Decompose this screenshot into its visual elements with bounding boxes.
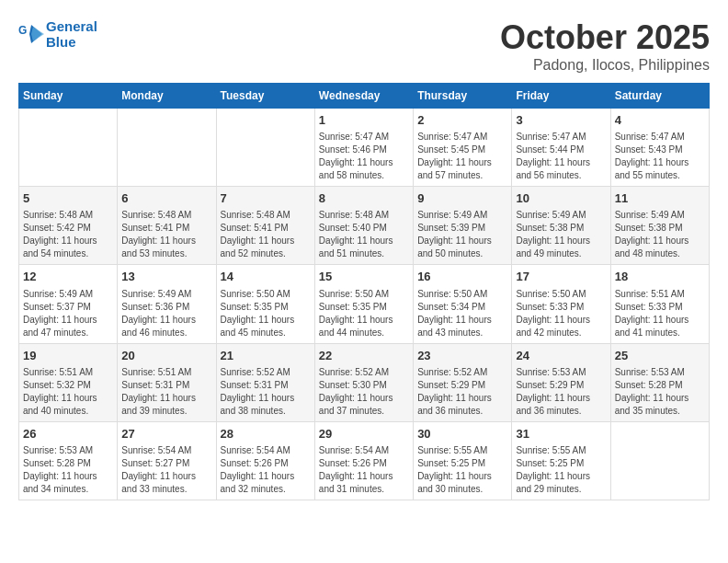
day-number: 19 <box>23 348 113 364</box>
day-number: 23 <box>417 348 507 364</box>
day-info: Sunrise: 5:50 AM Sunset: 5:35 PM Dayligh… <box>221 288 311 339</box>
day-info: Sunrise: 5:53 AM Sunset: 5:28 PM Dayligh… <box>23 444 113 496</box>
day-info: Sunrise: 5:47 AM Sunset: 5:46 PM Dayligh… <box>319 131 409 182</box>
calendar-cell: 22Sunrise: 5:52 AM Sunset: 5:30 PM Dayli… <box>314 343 413 421</box>
calendar-cell: 12Sunrise: 5:49 AM Sunset: 5:37 PM Dayli… <box>19 265 118 343</box>
calendar-week-1: 1Sunrise: 5:47 AM Sunset: 5:46 PM Daylig… <box>19 109 710 187</box>
weekday-header-row: Sunday Monday Tuesday Wednesday Thursday… <box>19 84 710 109</box>
day-number: 24 <box>516 348 606 364</box>
calendar-week-2: 5Sunrise: 5:48 AM Sunset: 5:42 PM Daylig… <box>19 187 710 265</box>
day-number: 29 <box>319 426 409 442</box>
header-saturday: Saturday <box>610 84 709 109</box>
calendar-cell: 4Sunrise: 5:47 AM Sunset: 5:43 PM Daylig… <box>610 109 709 187</box>
header-sunday: Sunday <box>19 84 118 109</box>
calendar-cell: 24Sunrise: 5:53 AM Sunset: 5:29 PM Dayli… <box>512 343 610 421</box>
day-info: Sunrise: 5:49 AM Sunset: 5:38 PM Dayligh… <box>516 209 606 260</box>
header-monday: Monday <box>118 84 216 109</box>
day-info: Sunrise: 5:48 AM Sunset: 5:41 PM Dayligh… <box>121 209 211 260</box>
day-info: Sunrise: 5:49 AM Sunset: 5:37 PM Dayligh… <box>23 288 113 339</box>
header-thursday: Thursday <box>414 84 512 109</box>
day-number: 21 <box>221 348 311 364</box>
calendar-cell: 28Sunrise: 5:54 AM Sunset: 5:26 PM Dayli… <box>216 421 314 500</box>
calendar-cell: 1Sunrise: 5:47 AM Sunset: 5:46 PM Daylig… <box>314 109 413 187</box>
calendar-cell <box>216 109 314 187</box>
day-info: Sunrise: 5:48 AM Sunset: 5:41 PM Dayligh… <box>221 209 311 260</box>
day-info: Sunrise: 5:49 AM Sunset: 5:39 PM Dayligh… <box>417 209 507 260</box>
logo-text-blue: Blue <box>46 34 97 50</box>
day-number: 26 <box>23 426 113 442</box>
day-info: Sunrise: 5:47 AM Sunset: 5:45 PM Dayligh… <box>417 131 507 182</box>
day-info: Sunrise: 5:47 AM Sunset: 5:43 PM Dayligh… <box>615 131 705 182</box>
day-info: Sunrise: 5:47 AM Sunset: 5:44 PM Dayligh… <box>516 131 606 182</box>
day-number: 4 <box>615 112 705 129</box>
header-friday: Friday <box>512 84 610 109</box>
day-info: Sunrise: 5:52 AM Sunset: 5:30 PM Dayligh… <box>319 366 409 418</box>
calendar-body: 1Sunrise: 5:47 AM Sunset: 5:46 PM Daylig… <box>19 109 710 500</box>
calendar-header: Sunday Monday Tuesday Wednesday Thursday… <box>19 84 710 109</box>
calendar-cell: 15Sunrise: 5:50 AM Sunset: 5:35 PM Dayli… <box>314 265 413 343</box>
location: Padong, Ilocos, Philippines <box>500 57 710 74</box>
day-number: 9 <box>417 190 507 207</box>
day-number: 15 <box>319 269 409 285</box>
header-wednesday: Wednesday <box>314 84 413 109</box>
day-info: Sunrise: 5:51 AM Sunset: 5:32 PM Dayligh… <box>23 366 113 418</box>
day-info: Sunrise: 5:48 AM Sunset: 5:40 PM Dayligh… <box>319 209 409 260</box>
calendar-cell: 26Sunrise: 5:53 AM Sunset: 5:28 PM Dayli… <box>19 421 118 500</box>
calendar-cell: 25Sunrise: 5:53 AM Sunset: 5:28 PM Dayli… <box>610 343 709 421</box>
day-number: 27 <box>121 426 211 442</box>
logo-text-general: General <box>46 18 97 34</box>
day-number: 28 <box>221 426 311 442</box>
day-number: 14 <box>221 269 311 285</box>
day-number: 6 <box>121 190 211 207</box>
day-number: 3 <box>516 112 606 129</box>
calendar-cell: 17Sunrise: 5:50 AM Sunset: 5:33 PM Dayli… <box>512 265 610 343</box>
calendar-cell <box>118 109 216 187</box>
day-info: Sunrise: 5:54 AM Sunset: 5:27 PM Dayligh… <box>121 444 211 496</box>
day-number: 8 <box>319 190 409 207</box>
day-info: Sunrise: 5:55 AM Sunset: 5:25 PM Dayligh… <box>417 444 507 496</box>
calendar-cell: 3Sunrise: 5:47 AM Sunset: 5:44 PM Daylig… <box>512 109 610 187</box>
day-number: 20 <box>121 348 211 364</box>
day-info: Sunrise: 5:53 AM Sunset: 5:29 PM Dayligh… <box>516 366 606 418</box>
calendar-week-3: 12Sunrise: 5:49 AM Sunset: 5:37 PM Dayli… <box>19 265 710 343</box>
day-number: 2 <box>417 112 507 129</box>
month-title: October 2025 <box>500 18 710 57</box>
page-header: G General Blue October 2025 Padong, Iloc… <box>18 18 710 74</box>
day-info: Sunrise: 5:50 AM Sunset: 5:34 PM Dayligh… <box>417 288 507 339</box>
day-number: 5 <box>23 190 113 207</box>
day-info: Sunrise: 5:52 AM Sunset: 5:31 PM Dayligh… <box>221 366 311 418</box>
calendar-cell: 27Sunrise: 5:54 AM Sunset: 5:27 PM Dayli… <box>118 421 216 500</box>
day-number: 13 <box>121 269 211 285</box>
calendar-cell: 6Sunrise: 5:48 AM Sunset: 5:41 PM Daylig… <box>118 187 216 265</box>
logo: G General Blue <box>18 18 97 51</box>
calendar-table: Sunday Monday Tuesday Wednesday Thursday… <box>18 83 710 500</box>
day-info: Sunrise: 5:54 AM Sunset: 5:26 PM Dayligh… <box>221 444 311 496</box>
header-tuesday: Tuesday <box>216 84 314 109</box>
day-info: Sunrise: 5:49 AM Sunset: 5:38 PM Dayligh… <box>615 209 705 260</box>
calendar-week-4: 19Sunrise: 5:51 AM Sunset: 5:32 PM Dayli… <box>19 343 710 421</box>
calendar-cell: 14Sunrise: 5:50 AM Sunset: 5:35 PM Dayli… <box>216 265 314 343</box>
day-number: 18 <box>615 269 705 285</box>
calendar-cell: 5Sunrise: 5:48 AM Sunset: 5:42 PM Daylig… <box>19 187 118 265</box>
calendar-cell: 19Sunrise: 5:51 AM Sunset: 5:32 PM Dayli… <box>19 343 118 421</box>
calendar-cell: 2Sunrise: 5:47 AM Sunset: 5:45 PM Daylig… <box>414 109 512 187</box>
calendar-cell: 20Sunrise: 5:51 AM Sunset: 5:31 PM Dayli… <box>118 343 216 421</box>
calendar-cell: 31Sunrise: 5:55 AM Sunset: 5:25 PM Dayli… <box>512 421 610 500</box>
calendar-cell: 11Sunrise: 5:49 AM Sunset: 5:38 PM Dayli… <box>610 187 709 265</box>
calendar-cell: 10Sunrise: 5:49 AM Sunset: 5:38 PM Dayli… <box>512 187 610 265</box>
day-number: 30 <box>417 426 507 442</box>
calendar-cell: 8Sunrise: 5:48 AM Sunset: 5:40 PM Daylig… <box>314 187 413 265</box>
calendar-cell: 21Sunrise: 5:52 AM Sunset: 5:31 PM Dayli… <box>216 343 314 421</box>
day-info: Sunrise: 5:53 AM Sunset: 5:28 PM Dayligh… <box>615 366 705 418</box>
day-number: 12 <box>23 269 113 285</box>
day-info: Sunrise: 5:55 AM Sunset: 5:25 PM Dayligh… <box>516 444 606 496</box>
day-number: 22 <box>319 348 409 364</box>
day-number: 10 <box>516 190 606 207</box>
day-number: 17 <box>516 269 606 285</box>
day-number: 7 <box>221 190 311 207</box>
day-info: Sunrise: 5:50 AM Sunset: 5:35 PM Dayligh… <box>319 288 409 339</box>
calendar-cell: 13Sunrise: 5:49 AM Sunset: 5:36 PM Dayli… <box>118 265 216 343</box>
calendar-cell: 18Sunrise: 5:51 AM Sunset: 5:33 PM Dayli… <box>610 265 709 343</box>
calendar-cell: 29Sunrise: 5:54 AM Sunset: 5:26 PM Dayli… <box>314 421 413 500</box>
day-number: 1 <box>319 112 409 129</box>
